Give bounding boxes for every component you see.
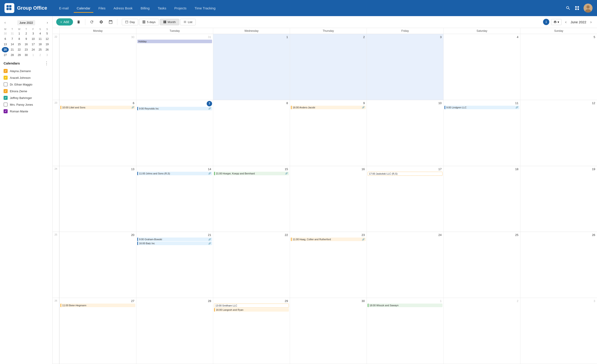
mini-cal-day[interactable]: 10 bbox=[30, 36, 37, 42]
mini-cal-day[interactable]: 24 bbox=[30, 47, 37, 52]
mini-cal-day[interactable]: 26 bbox=[44, 47, 51, 52]
calendar-cell[interactable]: 20 bbox=[59, 232, 136, 298]
calendar-item[interactable]: Jeffrey Bahringer bbox=[2, 94, 51, 101]
mini-cal-day[interactable]: 14 bbox=[9, 42, 16, 47]
mini-cal-day[interactable]: 21 bbox=[9, 47, 16, 52]
calendar-cell[interactable]: 18 bbox=[443, 166, 520, 232]
calendar-cell[interactable]: 30 bbox=[59, 34, 136, 100]
mini-cal-day[interactable]: 4 bbox=[37, 31, 44, 36]
calendar-event[interactable]: 11:00 Johns and Sons (R,S)🔗 bbox=[137, 172, 212, 175]
calendar-icon-button[interactable] bbox=[107, 19, 114, 25]
nav-projects[interactable]: Projects bbox=[171, 4, 189, 12]
view-month-button[interactable]: Month bbox=[160, 19, 179, 25]
calendar-cell[interactable]: 79:00 Reynolds Inc🔗 bbox=[136, 100, 213, 166]
add-button[interactable]: + Add bbox=[56, 18, 73, 25]
calendar-cell[interactable]: 1411:00 Johns and Sons (R,S)🔗 bbox=[136, 166, 213, 232]
calendar-cell[interactable]: 13 bbox=[59, 166, 136, 232]
calendar-cell[interactable]: 1717:00 Jaskolski LLC (R,S) bbox=[367, 166, 443, 232]
calendar-event[interactable]: Holiday bbox=[137, 40, 212, 43]
mini-cal-day[interactable]: 29 bbox=[16, 52, 23, 58]
calendar-cell[interactable]: 19 bbox=[520, 166, 597, 232]
view-list-button[interactable]: List bbox=[180, 19, 196, 25]
calendar-cell[interactable]: 1521:00 Hoeger, Koepp and Bernhard🔗 bbox=[213, 166, 290, 232]
calendar-item[interactable]: Mrs. Pansy Jones bbox=[2, 101, 51, 108]
view-5days-button[interactable]: 5 days bbox=[139, 19, 159, 25]
mini-cal-day[interactable]: 7 bbox=[9, 36, 16, 42]
calendar-cell[interactable]: 5 bbox=[520, 34, 597, 100]
mini-cal-day[interactable]: 27 bbox=[2, 52, 9, 58]
calendar-cell[interactable]: 2311:00 Haag, Collier and Rutherford🔗 bbox=[290, 232, 367, 298]
nav-billing[interactable]: Billing bbox=[137, 4, 153, 12]
calendar-cell[interactable]: 610:00 Littel and Sons🔗 bbox=[59, 100, 136, 166]
nav-address-book[interactable]: Adress Book bbox=[110, 4, 136, 12]
calendar-item[interactable]: Araceli Johnson bbox=[2, 74, 51, 81]
calendar-checkbox[interactable] bbox=[4, 89, 8, 93]
print-button[interactable]: ▾ bbox=[551, 19, 562, 25]
calendar-cell[interactable]: 4 bbox=[443, 34, 520, 100]
calendar-cell[interactable]: 28 bbox=[136, 298, 213, 364]
logo-area[interactable]: Group Office bbox=[4, 3, 49, 13]
search-icon[interactable] bbox=[566, 6, 571, 10]
calendar-cell[interactable]: 31Holiday bbox=[136, 34, 213, 100]
mini-cal-day[interactable]: 15 bbox=[16, 42, 23, 47]
calendar-cell[interactable]: 916:00 Anders-Jacobi🔗 bbox=[290, 100, 367, 166]
mini-cal-day[interactable]: 25 bbox=[37, 47, 44, 52]
calendar-event[interactable]: 16:00 Batz Inc🔗 bbox=[137, 241, 212, 245]
calendar-event[interactable]: 9:00 Lindgren LLC🔗 bbox=[445, 106, 519, 109]
calendar-event[interactable]: 11:00 Beier-Hegmann bbox=[61, 303, 135, 307]
mini-cal-day[interactable]: 22 bbox=[16, 47, 23, 52]
calendar-checkbox[interactable] bbox=[4, 76, 8, 80]
calendar-cell[interactable]: 3 bbox=[520, 298, 597, 364]
delete-button[interactable] bbox=[75, 19, 82, 25]
calendar-cell[interactable]: 219:00 Graham-Bowski🔗16:00 Batz Inc🔗 bbox=[136, 232, 213, 298]
calendar-checkbox[interactable] bbox=[4, 102, 8, 107]
calendar-cell[interactable]: 2 bbox=[443, 298, 520, 364]
mini-cal-day[interactable]: 11 bbox=[37, 36, 44, 42]
calendar-checkbox[interactable] bbox=[4, 69, 8, 73]
calendar-cell[interactable]: 22 bbox=[213, 232, 290, 298]
calendar-event[interactable]: 16:00 Anders-Jacobi🔗 bbox=[291, 106, 366, 109]
calendar-cell[interactable]: 2 bbox=[290, 34, 367, 100]
mini-cal-day[interactable]: 3 bbox=[30, 31, 37, 36]
calendar-event[interactable]: 13:00 Smitham LLC bbox=[214, 303, 289, 308]
calendar-item[interactable]: Elnora Zieme bbox=[2, 88, 51, 94]
calendar-event[interactable]: 21:00 Hoeger, Koepp and Bernhard🔗 bbox=[214, 172, 289, 175]
calendar-event[interactable]: 16:00 Langosh and Ryan bbox=[214, 308, 289, 312]
mini-cal-next[interactable]: › bbox=[46, 20, 49, 25]
mini-cal-day[interactable]: 17 bbox=[30, 42, 37, 47]
calendar-cell[interactable]: 25 bbox=[443, 232, 520, 298]
mini-cal-day[interactable]: 13 bbox=[2, 42, 9, 47]
mini-cal-day[interactable]: 30 bbox=[23, 52, 30, 58]
mini-cal-title[interactable]: June 2022 bbox=[17, 20, 35, 25]
mini-cal-day[interactable]: 18 bbox=[37, 42, 44, 47]
nav-calendar[interactable]: Calendar bbox=[74, 4, 94, 12]
mini-cal-day[interactable]: 23 bbox=[23, 47, 30, 52]
calendar-event[interactable]: 9:00 Graham-Bowski🔗 bbox=[137, 238, 212, 241]
mini-cal-day[interactable]: 28 bbox=[9, 52, 16, 58]
calendar-cell[interactable]: 26 bbox=[520, 232, 597, 298]
mini-cal-day[interactable]: 30 bbox=[2, 31, 9, 36]
calendar-cell[interactable]: 2711:00 Beier-Hegmann bbox=[59, 298, 136, 364]
calendar-checkbox[interactable] bbox=[4, 82, 8, 86]
calendar-item[interactable]: Roman Mante bbox=[2, 108, 51, 115]
nav-email[interactable]: E-mail bbox=[56, 4, 72, 12]
mini-cal-day[interactable]: 16 bbox=[23, 42, 30, 47]
settings-button[interactable] bbox=[97, 19, 105, 25]
calendar-event[interactable]: 9:00 Reynolds Inc🔗 bbox=[137, 107, 212, 110]
calendar-item[interactable]: Alayna Ziemann bbox=[2, 68, 51, 74]
calendar-cell[interactable]: 12 bbox=[520, 100, 597, 166]
calendar-cell[interactable]: 118:00 Wisozk and Sawayn bbox=[367, 298, 443, 364]
mini-cal-day[interactable]: 31 bbox=[9, 31, 16, 36]
calendar-checkbox[interactable] bbox=[4, 109, 8, 113]
nav-tasks[interactable]: Tasks bbox=[155, 4, 169, 12]
calendar-item[interactable]: Dr. Ethan Maggio bbox=[2, 81, 51, 88]
next-month-button[interactable]: › bbox=[589, 19, 593, 25]
nav-time-tracking[interactable]: Time Tracking bbox=[191, 4, 219, 12]
calendar-cell[interactable]: 16 bbox=[290, 166, 367, 232]
calendar-cell[interactable]: 119:00 Lindgren LLC🔗 bbox=[443, 100, 520, 166]
refresh-button[interactable] bbox=[88, 19, 96, 25]
mini-cal-day[interactable]: 1 bbox=[16, 31, 23, 36]
mini-cal-day[interactable]: 1 bbox=[30, 52, 37, 58]
view-day-button[interactable]: Day bbox=[122, 19, 138, 25]
calendar-event[interactable]: 17:00 Jaskolski LLC (R,S) bbox=[368, 172, 442, 176]
